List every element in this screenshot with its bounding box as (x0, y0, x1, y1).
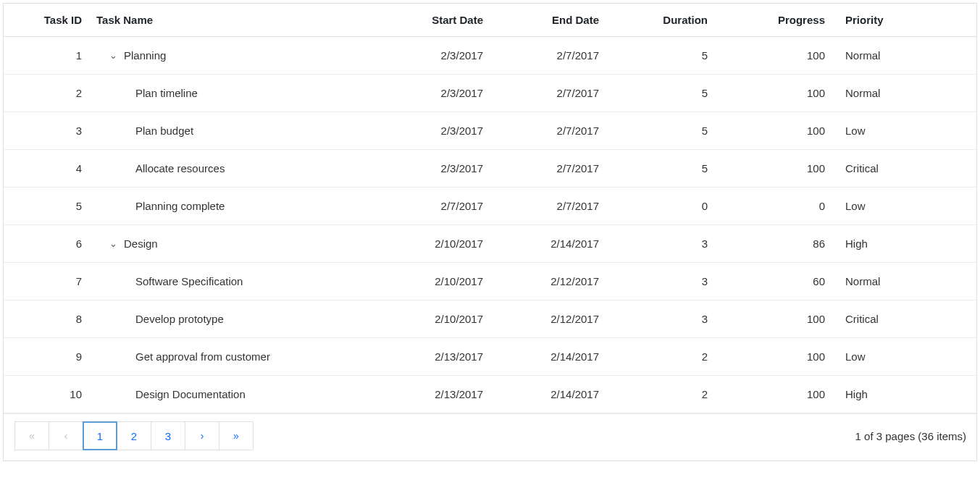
cell-end-date: 2/7/2017 (496, 49, 612, 62)
cell-duration: 5 (612, 49, 721, 62)
cell-duration: 5 (612, 162, 721, 174)
cell-progress: 100 (721, 313, 837, 325)
task-name-label: Planning (124, 49, 166, 62)
pager-page-button[interactable]: 1 (83, 421, 117, 450)
table-row[interactable]: 7Software Specification2/10/20172/12/201… (4, 263, 976, 300)
table-row[interactable]: 2Plan timeline2/3/20172/7/20175100Normal (4, 75, 976, 112)
cell-start-date: 2/13/2017 (366, 350, 496, 363)
pager-first-button[interactable]: « (14, 421, 49, 450)
cell-task-name: ⌄Design (91, 237, 366, 250)
cell-task-name: Develop prototype (91, 313, 366, 325)
pager-page-button[interactable]: 2 (117, 421, 151, 450)
cell-task-id: 4 (4, 162, 91, 174)
cell-priority: Normal (837, 87, 938, 99)
table-row[interactable]: 5Planning complete2/7/20172/7/201700Low (4, 188, 976, 225)
cell-task-id: 2 (4, 87, 91, 99)
pager-page-button[interactable]: 3 (151, 421, 185, 450)
chevron-double-right-icon: » (233, 430, 239, 442)
cell-task-name: ⌄Planning (91, 49, 366, 62)
cell-progress: 100 (721, 125, 837, 137)
col-header-task-id[interactable]: Task ID (4, 14, 91, 26)
cell-end-date: 2/14/2017 (496, 388, 612, 400)
cell-task-name: Plan timeline (91, 87, 366, 99)
cell-task-name: Planning complete (91, 200, 366, 212)
cell-task-name: Software Specification (91, 275, 366, 287)
table-row[interactable]: 9Get approval from customer2/13/20172/14… (4, 338, 976, 376)
col-header-duration[interactable]: Duration (612, 14, 721, 26)
cell-priority: Low (837, 200, 938, 212)
task-name-label: Software Specification (135, 275, 243, 287)
grid-body[interactable]: 1⌄Planning2/3/20172/7/20175100Normal2Pla… (4, 37, 976, 413)
task-name-label: Plan timeline (135, 87, 198, 99)
chevron-down-icon[interactable]: ⌄ (109, 238, 120, 249)
cell-task-id: 7 (4, 275, 91, 287)
cell-task-id: 8 (4, 313, 91, 325)
table-row[interactable]: 4Allocate resources2/3/20172/7/20175100C… (4, 150, 976, 188)
cell-duration: 3 (612, 313, 721, 325)
chevron-double-left-icon: « (29, 430, 35, 442)
cell-task-id: 3 (4, 125, 91, 137)
cell-end-date: 2/7/2017 (496, 87, 612, 99)
cell-start-date: 2/3/2017 (366, 162, 496, 174)
cell-progress: 100 (721, 350, 837, 363)
task-name-label: Design (124, 237, 158, 250)
cell-progress: 100 (721, 87, 837, 99)
col-header-end-date[interactable]: End Date (496, 14, 612, 26)
cell-duration: 3 (612, 275, 721, 287)
cell-task-id: 10 (4, 388, 91, 400)
cell-task-id: 6 (4, 237, 91, 250)
task-name-label: Allocate resources (135, 162, 225, 174)
cell-task-name: Allocate resources (91, 162, 366, 174)
cell-task-id: 1 (4, 49, 91, 62)
task-name-label: Get approval from customer (135, 350, 270, 363)
chevron-left-icon: ‹ (64, 430, 68, 442)
table-row[interactable]: 3Plan budget2/3/20172/7/20175100Low (4, 112, 976, 150)
cell-end-date: 2/12/2017 (496, 313, 612, 325)
cell-start-date: 2/10/2017 (366, 237, 496, 250)
cell-task-name: Plan budget (91, 125, 366, 137)
cell-priority: Low (837, 125, 938, 137)
cell-task-id: 5 (4, 200, 91, 212)
cell-duration: 0 (612, 200, 721, 212)
col-header-progress[interactable]: Progress (721, 14, 837, 26)
cell-end-date: 2/12/2017 (496, 275, 612, 287)
cell-progress: 100 (721, 162, 837, 174)
pager-last-button[interactable]: » (219, 421, 254, 450)
cell-start-date: 2/10/2017 (366, 313, 496, 325)
table-row[interactable]: 10Design Documentation2/13/20172/14/2017… (4, 376, 976, 413)
cell-duration: 3 (612, 237, 721, 250)
cell-progress: 0 (721, 200, 837, 212)
cell-priority: High (837, 237, 938, 250)
col-header-priority[interactable]: Priority (837, 14, 938, 26)
cell-task-id: 9 (4, 350, 91, 363)
cell-start-date: 2/3/2017 (366, 49, 496, 62)
cell-priority: High (837, 388, 938, 400)
tree-grid: Task ID Task Name Start Date End Date Du… (3, 3, 977, 461)
cell-start-date: 2/3/2017 (366, 87, 496, 99)
task-name-label: Develop prototype (135, 313, 224, 325)
cell-priority: Low (837, 350, 938, 363)
cell-priority: Critical (837, 313, 938, 325)
cell-progress: 60 (721, 275, 837, 287)
cell-start-date: 2/7/2017 (366, 200, 496, 212)
cell-end-date: 2/7/2017 (496, 125, 612, 137)
cell-progress: 100 (721, 388, 837, 400)
cell-progress: 86 (721, 237, 837, 250)
table-row[interactable]: 8Develop prototype2/10/20172/12/20173100… (4, 300, 976, 338)
cell-priority: Critical (837, 162, 938, 174)
task-name-label: Design Documentation (135, 388, 246, 400)
col-header-task-name[interactable]: Task Name (91, 14, 366, 26)
cell-start-date: 2/3/2017 (366, 125, 496, 137)
task-name-label: Planning complete (135, 200, 225, 212)
pager-prev-button[interactable]: ‹ (49, 421, 83, 450)
task-name-label: Plan budget (135, 125, 193, 137)
cell-task-name: Design Documentation (91, 388, 366, 400)
pager-next-button[interactable]: › (185, 421, 219, 450)
table-row[interactable]: 1⌄Planning2/3/20172/7/20175100Normal (4, 37, 976, 75)
cell-progress: 100 (721, 49, 837, 62)
cell-duration: 5 (612, 125, 721, 137)
chevron-down-icon[interactable]: ⌄ (109, 50, 120, 61)
cell-duration: 2 (612, 388, 721, 400)
col-header-start-date[interactable]: Start Date (366, 14, 496, 26)
table-row[interactable]: 6⌄Design2/10/20172/14/2017386High (4, 225, 976, 263)
